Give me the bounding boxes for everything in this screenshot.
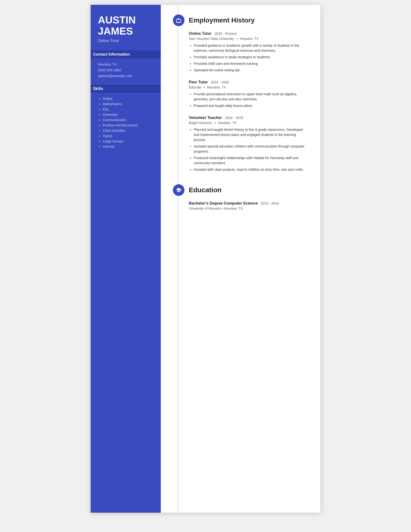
bullet-item: Provide personalized instruction in uppe… [194, 92, 308, 102]
education-entry: Bachelor's Degree Computer Science 2013 … [173, 201, 308, 210]
employment-section: Employment History Online Tutor 2020 - P… [173, 15, 308, 172]
bullet-item: Assisted special education children with… [194, 144, 308, 154]
job-bullets: Provided guidance in academic growth wit… [189, 43, 308, 73]
job-company: Sam Houston State University • Houston, … [189, 37, 308, 41]
skill-item: Class Activities [103, 129, 154, 133]
skill-item: Positive Reinforcement [103, 123, 154, 127]
job-title: Online Tutor [189, 31, 212, 36]
edu-header: Bachelor's Degree Computer Science 2013 … [189, 201, 308, 206]
skill-item: Communication [103, 118, 154, 122]
contact-phone: (640) 555-1882 [98, 68, 154, 72]
contact-section-header: Contact Information [91, 50, 161, 58]
skill-item: Chemistry [103, 113, 154, 116]
main-content: Employment History Online Tutor 2020 - P… [161, 5, 320, 513]
education-title: Education [189, 186, 222, 194]
bullet-item: Provided child care and homework tutorin… [194, 61, 308, 66]
job-header: Peer Tutor 2018 - 2020 [189, 80, 308, 84]
candidate-name: AUSTIN JAMES [98, 15, 154, 37]
first-name: AUSTIN JAMES [98, 15, 154, 37]
bullet-item: Provided assistance in study strategies … [194, 55, 308, 60]
bullet-item: Provided guidance in academic growth wit… [194, 43, 308, 53]
skills-list: Online Mathematics ESL Chemistry Communi… [98, 97, 154, 149]
education-section: Education Bachelor's Degree Computer Sci… [173, 184, 308, 210]
briefcase-icon [173, 15, 185, 26]
job-bullets: Provide personalized instruction in uppe… [189, 92, 308, 108]
job-header: Volunteer Teacher 2016 - 2018 [189, 116, 308, 120]
bullet-item: Operated the online writing lab. [194, 68, 308, 73]
bullet-item: Produced meaningful relationships with H… [194, 155, 308, 166]
job-dates: 2020 - Present [215, 32, 237, 36]
skill-item: Online [103, 97, 154, 101]
job-title: Peer Tutor [189, 80, 208, 84]
skills-section: Skills Online Mathematics ESL Chemistry … [98, 85, 154, 149]
job-dates: 2018 - 2020 [211, 80, 229, 84]
edu-school: University of Houston • Houston, TX [189, 207, 308, 210]
job-bullets: Planned and taught World History to five… [189, 127, 308, 172]
job-entry: Peer Tutor 2018 - 2020 Educate • Houston… [173, 80, 308, 108]
skill-item: Large Groups [103, 139, 154, 143]
education-header: Education [173, 184, 308, 196]
employment-header: Employment History [173, 15, 308, 26]
edu-degree: Bachelor's Degree Computer Science [189, 201, 258, 205]
skills-section-header: Skills [91, 85, 161, 93]
job-header: Online Tutor 2020 - Present [189, 31, 308, 36]
employment-title: Employment History [189, 17, 255, 24]
skill-item: Topics [103, 134, 154, 138]
bullet-item: Planned and taught World History to five… [194, 127, 308, 142]
skill-item: ESL [103, 107, 154, 111]
skill-item: Mathematics [103, 102, 154, 106]
job-entry: Volunteer Teacher 2016 - 2018 Bright Hor… [173, 116, 308, 172]
job-title: Volunteer Teacher [189, 116, 222, 120]
resume-container: AUSTIN JAMES Online Tutor Contact Inform… [91, 5, 320, 513]
graduation-icon [173, 184, 185, 196]
job-dates: 2016 - 2018 [225, 116, 243, 120]
sidebar: AUSTIN JAMES Online Tutor Contact Inform… [91, 5, 161, 513]
candidate-title: Online Tutor [98, 39, 154, 43]
contact-city: Houston, TX [98, 62, 154, 66]
skill-item: Internet [103, 145, 154, 149]
job-company: Bright Horizons • Houston, TX [189, 121, 308, 125]
job-company: Educate • Houston, TX [189, 85, 308, 89]
contact-section: Contact Information Houston, TX (640) 55… [98, 50, 154, 78]
job-entry: Online Tutor 2020 - Present Sam Houston … [173, 31, 308, 73]
bullet-item: Assisted with class projects, read to ch… [194, 167, 308, 172]
bullet-item: Prepared and taught daily lesson plans. [194, 103, 308, 108]
edu-dates: 2013 - 2016 [261, 201, 279, 205]
contact-email: ajames@example.com [98, 74, 154, 78]
